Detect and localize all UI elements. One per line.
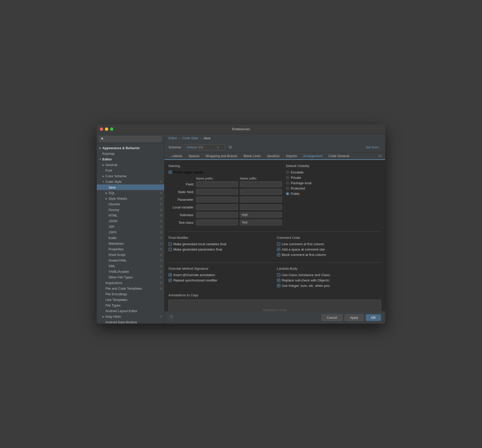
sidebar-item-gherkin[interactable]: Gherkin ⊞: [97, 201, 164, 207]
sidebar-item-label: Shell Script: [109, 253, 125, 257]
main-content: 🔍 ▶ Appearance & Behavior Keymap ▼ Edito…: [97, 134, 385, 324]
final-params-checkbox[interactable]: [168, 248, 172, 251]
minimize-button[interactable]: [105, 127, 108, 131]
static-field-prefix-input[interactable]: [196, 189, 238, 195]
arrow-icon: [102, 292, 105, 296]
sidebar-item-android-data[interactable]: Android Data Binding: [97, 319, 164, 324]
name-prefix-label: Name prefix:: [196, 177, 238, 180]
lambda-integer-checkbox[interactable]: [277, 284, 280, 287]
test-class-suffix-input[interactable]: [240, 220, 282, 225]
tab-spaces[interactable]: Spaces: [185, 152, 202, 160]
sidebar-item-keymap[interactable]: Keymap: [97, 151, 164, 156]
sidebar-item-sql[interactable]: ▶ SQL ⊞: [97, 190, 164, 196]
apply-button[interactable]: Apply: [345, 314, 364, 321]
sidebar-item-jsp[interactable]: JSP ⊞: [97, 224, 164, 229]
sidebar: 🔍 ▶ Appearance & Behavior Keymap ▼ Edito…: [97, 134, 164, 324]
radio-private-btn[interactable]: [286, 176, 289, 179]
final-local-checkbox[interactable]: [168, 242, 172, 246]
sidebar-item-font[interactable]: Font: [97, 168, 164, 173]
sidebar-item-snakeyaml[interactable]: SnakeYAML ⊞: [97, 257, 164, 263]
radio-public-btn[interactable]: [286, 192, 289, 195]
tab-imports[interactable]: Imports: [283, 152, 300, 160]
sidebar-item-xml[interactable]: XML ⊞: [97, 263, 164, 269]
sidebar-item-groovy[interactable]: Groovy ⊞: [97, 207, 164, 213]
tabs-bar: ...ndents Spaces Wrapping and Braces Bla…: [164, 152, 385, 160]
field-prefix-input[interactable]: [196, 181, 238, 187]
arrow-icon: [105, 225, 108, 228]
sidebar-item-html[interactable]: HTML ⊞: [97, 213, 164, 218]
lambda-isinstance-checkbox[interactable]: [277, 273, 280, 277]
local-variable-suffix-input[interactable]: [240, 204, 282, 210]
comment-space-checkbox[interactable]: [277, 248, 280, 251]
gear-icon[interactable]: ⚙: [227, 144, 233, 150]
tab-wrapping[interactable]: Wrapping and Braces: [202, 152, 240, 160]
lambda-title: Lambda Body: [277, 267, 381, 270]
tab-blank-lines[interactable]: Blank Lines: [240, 152, 264, 160]
test-class-label: Test class:: [168, 221, 194, 225]
sidebar-item-inspections[interactable]: Inspections ⊞: [97, 280, 164, 286]
sidebar-item-file-code-templates[interactable]: File and Code Templates ⊞: [97, 286, 164, 291]
sidebar-item-shell-script[interactable]: Shell Script ⊞: [97, 252, 164, 257]
parameter-suffix-input[interactable]: [240, 197, 282, 202]
tab-more-icon[interactable]: ≡2: [377, 153, 383, 159]
sidebar-item-file-types[interactable]: File Types: [97, 302, 164, 308]
editor-content: Naming Prefer longer names Name prefix: …: [164, 160, 385, 311]
subclass-suffix-input[interactable]: [240, 212, 282, 218]
sidebar-item-other-file-types[interactable]: Other File Types ⊞: [97, 274, 164, 280]
sidebar-item-label: Gherkin: [109, 202, 120, 206]
sidebar-item-label: JSP: [109, 225, 115, 229]
tab-indents[interactable]: ...ndents: [166, 152, 185, 160]
radio-package-local-btn[interactable]: [286, 181, 289, 185]
sidebar-item-kotlin[interactable]: Kotlin ⊞: [97, 235, 164, 241]
cancel-button[interactable]: Cancel: [321, 314, 342, 321]
local-variable-prefix-input[interactable]: [196, 204, 238, 210]
sidebar-item-label: Code Style: [105, 180, 122, 184]
set-from-link[interactable]: Set from...: [366, 145, 381, 149]
breadcrumb-editor[interactable]: Editor: [168, 136, 177, 140]
ok-button[interactable]: OK: [366, 314, 381, 321]
naming-row-test-class: Test class:: [168, 220, 282, 225]
sidebar-item-java[interactable]: Java: [97, 184, 164, 190]
sidebar-item-yaml-ansible[interactable]: YAML/Ansible ⊞: [97, 269, 164, 274]
close-button[interactable]: [100, 127, 103, 131]
comment-first-col-checkbox[interactable]: [277, 242, 280, 246]
preferences-window: Preferences 🔍 ▶ Appearance & Behavior Ke…: [97, 124, 385, 324]
static-field-suffix-input[interactable]: [240, 189, 282, 195]
sidebar-item-markdown[interactable]: Markdown ⊞: [97, 241, 164, 246]
sidebar-item-appearance[interactable]: ▶ Appearance & Behavior: [97, 145, 164, 151]
help-button[interactable]: ?: [168, 315, 174, 321]
tab-arrangement[interactable]: Arrangement: [300, 152, 325, 160]
sidebar-item-json[interactable]: JSON ⊞: [97, 218, 164, 224]
comment-block-checkbox[interactable]: [277, 253, 280, 256]
lambda-nullcheck-checkbox[interactable]: [277, 279, 280, 282]
sidebar-item-style-sheets[interactable]: ▶ Style Sheets ⊞: [97, 196, 164, 201]
radio-protected-btn[interactable]: [286, 187, 289, 190]
test-class-prefix-input[interactable]: [196, 220, 238, 225]
tab-code-gen[interactable]: Code Generat: [325, 152, 352, 160]
sidebar-item-editor[interactable]: ▼ Editor: [97, 156, 164, 162]
maximize-button[interactable]: [110, 127, 113, 131]
radio-escalate-btn[interactable]: [286, 171, 289, 174]
lambda-isinstance-label: Use Class::isInstance and Class::: [282, 273, 331, 277]
prefer-longer-checkbox[interactable]: [168, 171, 172, 174]
sidebar-item-code-style[interactable]: ▼ Code Style ⊞: [97, 179, 164, 184]
sidebar-item-inlay-hints[interactable]: ▶ Inlay Hints ⊞: [97, 314, 164, 319]
sidebar-item-android-layout[interactable]: Android Layout Editor: [97, 308, 164, 314]
subclass-prefix-input[interactable]: [196, 212, 238, 218]
scheme-dropdown[interactable]: Default IDE ▾: [184, 144, 225, 150]
copy-icon: ⊞: [160, 214, 162, 217]
field-suffix-input[interactable]: [240, 181, 282, 187]
sidebar-item-jspx[interactable]: JSPX ⊞: [97, 229, 164, 235]
override-synchronized-checkbox[interactable]: [168, 279, 172, 282]
sidebar-item-live-templates[interactable]: Live Templates: [97, 297, 164, 302]
arrow-icon: [105, 219, 108, 222]
sidebar-item-general[interactable]: ▶ General: [97, 162, 164, 168]
sidebar-item-properties[interactable]: Properties ⊞: [97, 246, 164, 252]
parameter-prefix-input[interactable]: [196, 197, 238, 202]
override-annotation-checkbox[interactable]: [168, 273, 172, 277]
breadcrumb-code-style[interactable]: Code Style: [182, 136, 199, 140]
tab-javadoc[interactable]: JavaDoc: [264, 152, 283, 160]
sidebar-item-file-encodings[interactable]: File Encodings: [97, 291, 164, 297]
search-input[interactable]: [99, 136, 162, 142]
sidebar-item-color-scheme[interactable]: ▶ Color Scheme: [97, 173, 164, 179]
